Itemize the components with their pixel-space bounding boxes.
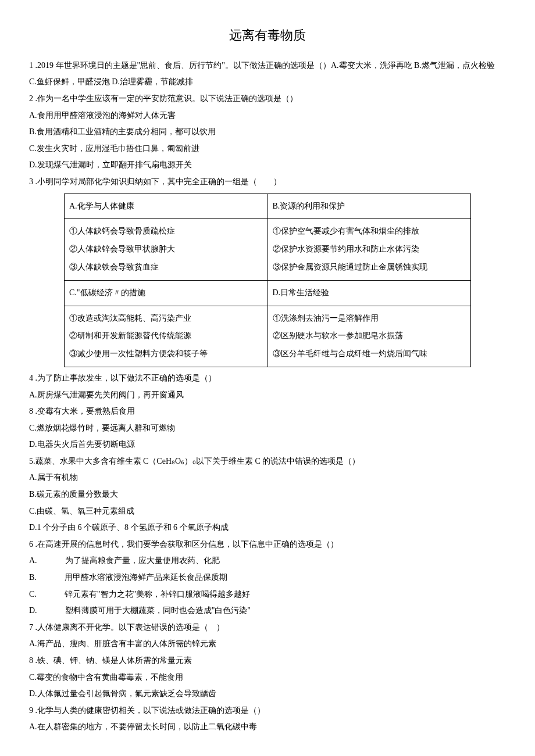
q5-stem: 5.蔬菜、水果中大多含有维生素 C（CeH₈O₆）₀以下关于维生素 C 的说法中… <box>29 454 506 470</box>
q6-opt-a: A.为了提高粮食产量，应大量使用农药、化肥 <box>29 553 506 569</box>
q6-text-c: 锌元素有"智力之花"美称，补锌口服液喝得越多越好 <box>65 590 250 599</box>
q7-stem: 7 .人体健康离不开化学。以下表达错误的选项是（ ） <box>29 620 506 636</box>
q5-opt-b: B.碳元素的质量分数最大 <box>29 487 506 503</box>
q2-opt-c: C.发生火灾时，应用湿毛巾捂住口鼻，匍匐前进 <box>29 141 506 157</box>
q3-cell-a-body: ①人体缺钙会导致骨质疏松症 ②人体缺锌会导致甲状腺肿大 ③人体缺铁会导致贫血症 <box>65 219 268 280</box>
q3-d-2: ②区别硬水与软水一参加肥皂水振荡 <box>273 327 466 345</box>
q7-opt-a: A.海产品、瘦肉、肝脏含有丰富的人体所需的锌元素 <box>29 636 506 652</box>
q4-opt-b: 8 .变霉有大米，要煮熟后食用 <box>29 404 506 420</box>
q6-text-a: 为了提高粮食产量，应大量使用农药、化肥 <box>65 556 220 565</box>
q3-b-3: ③保护金属资源只能通过防止金属锈蚀实现 <box>273 259 466 277</box>
q6-text-b: 用甲醛水溶液浸泡海鲜产品来延长食品保质期 <box>65 573 227 582</box>
q4-stem: 4 .为了防止事故发生，以下做法不正确的选项是（） <box>29 371 506 386</box>
q3-cell-d-head: D.日常生活经验 <box>268 280 471 306</box>
q3-a-2: ②人体缺锌会导致甲状腺肿大 <box>69 241 263 259</box>
q2-stem: 2 .作为一名中学生应该有一定的平安防范意识。以下说法正确的选项是（） <box>29 91 506 107</box>
q3-cell-c-body: ①改造或淘汰高能耗、高污染产业 ②研制和开发新能源替代传统能源 ③减少使用一次性… <box>65 306 268 367</box>
q6-stem: 6 .在高速开展的信息时代，我们要学会获取和区分信息，以下信息中正确的选项是（） <box>29 537 506 553</box>
q7-opt-d: D.人体氟过量会引起氟骨病，氟元素缺乏会导致龋齿 <box>29 686 506 702</box>
q6-label-d: D. <box>29 606 37 615</box>
q9-opt-a: A.在人群密集的地方，不要停留太长时间，以防止二氧化碳中毒 <box>29 719 506 735</box>
q3-b-2: ②保护水资源要节约用水和防止水体污染 <box>273 241 466 259</box>
q1-opt-cd: C.鱼虾保鲜，甲醛浸泡 D.治理雾霾，节能减排 <box>29 74 506 90</box>
page-title: 远离有毒物质 <box>29 23 506 48</box>
q4-opt-d: D.电器失火后首先要切断电源 <box>29 437 506 453</box>
q5-opt-d: D.1 个分子由 6 个碳原子、8 个氢原子和 6 个氧原子构成 <box>29 520 506 536</box>
q4-opt-a: A.厨房煤气泄漏要先关闭阀门，再开窗通风 <box>29 388 506 403</box>
q3-d-1: ①洗涤剂去油污一是溶解作用 <box>273 310 466 328</box>
q3-stem: 3 .小明同学对局部化学知识归纳如下，其中完全正确的一组是（ ） <box>29 174 506 190</box>
q3-cell-b-body: ①保护空气要减少有害气体和烟尘的排放 ②保护水资源要节约用水和防止水体污染 ③保… <box>268 219 471 280</box>
q3-d-3: ③区分羊毛纤维与合成纤维一灼烧后闻气味 <box>273 345 466 363</box>
q5-opt-a: A.属于有机物 <box>29 470 506 486</box>
q3-cell-b-head: B.资源的利用和保护 <box>268 194 471 219</box>
q2-opt-b: B.食用酒精和工业酒精的主要成分相同，都可以饮用 <box>29 124 506 140</box>
q3-table: A.化学与人体健康 B.资源的利用和保护 ①人体缺钙会导致骨质疏松症 ②人体缺锌… <box>64 194 471 367</box>
q6-text-d: 塑料薄膜可用于大棚蔬菜，同时也会造成"白色污染" <box>65 606 251 615</box>
q6-label-c: C. <box>29 590 37 599</box>
q3-cell-a-head: A.化学与人体健康 <box>65 194 268 219</box>
q3-c-3: ③减少使用一次性塑料方便袋和筷子等 <box>69 345 263 363</box>
q6-label-b: B. <box>29 573 37 582</box>
q2-opt-a: A.食用用甲醛溶液浸泡的海鲜对人体无害 <box>29 108 506 124</box>
q1-stem: 1 .2019 年世界环境日的主题是"思前、食后、厉行节约"。以下做法正确的选项… <box>29 58 506 74</box>
q7-opt-b: 8 .铁、碘、钾、钠、镁是人体所需的常量元素 <box>29 653 506 669</box>
q3-c-1: ①改造或淘汰高能耗、高污染产业 <box>69 310 263 328</box>
q3-a-1: ①人体缺钙会导致骨质疏松症 <box>69 223 263 241</box>
q7-opt-c: C.霉变的食物中含有黄曲霉毒素，不能食用 <box>29 670 506 686</box>
q6-label-a: A. <box>29 556 37 565</box>
q3-a-3: ③人体缺铁会导致贫血症 <box>69 259 263 277</box>
q9-stem: 9 .化学与人类的健康密切相关，以下说法或做法正确的选项是（） <box>29 703 506 719</box>
q3-cell-c-head: C."低碳经济〃的措施 <box>65 280 268 306</box>
q6-opt-c: C.锌元素有"智力之花"美称，补锌口服液喝得越多越好 <box>29 587 506 603</box>
q3-b-1: ①保护空气要减少有害气体和烟尘的排放 <box>273 223 466 241</box>
q6-opt-b: B.用甲醛水溶液浸泡海鲜产品来延长食品保质期 <box>29 570 506 586</box>
q4-opt-c: C.燃放烟花爆竹时，要远离人群和可燃物 <box>29 421 506 436</box>
q3-c-2: ②研制和开发新能源替代传统能源 <box>69 327 263 345</box>
q2-opt-d: D.发现煤气泄漏时，立即翻开排气扇电源开关 <box>29 157 506 173</box>
q5-opt-c: C.由碳、氢、氧三种元素组成 <box>29 504 506 519</box>
q6-opt-d: D.塑料薄膜可用于大棚蔬菜，同时也会造成"白色污染" <box>29 603 506 619</box>
q3-cell-d-body: ①洗涤剂去油污一是溶解作用 ②区别硬水与软水一参加肥皂水振荡 ③区分羊毛纤维与合… <box>268 306 471 367</box>
